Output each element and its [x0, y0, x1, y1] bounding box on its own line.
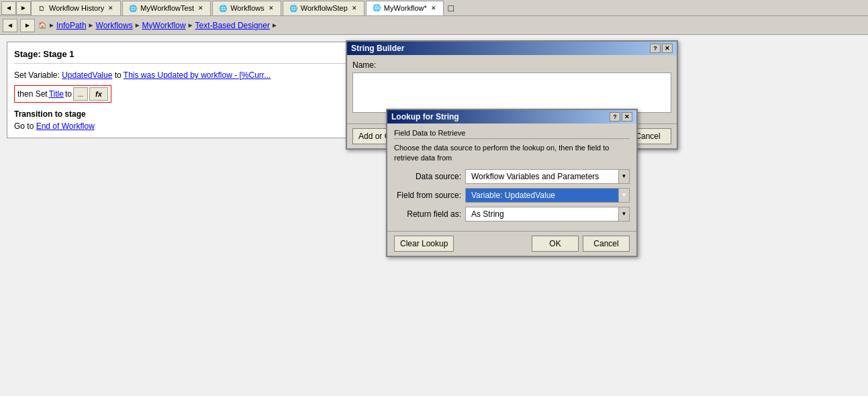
action1-mid: to — [112, 70, 123, 80]
main-content: Stage: Stage 1 Set Variable: UpdatedValu… — [0, 35, 868, 396]
tab-close-myworkflowtest[interactable]: ✕ — [197, 4, 205, 12]
lookup-cancel-btn[interactable]: Cancel — [583, 236, 630, 252]
return-field-label: Return field as: — [394, 209, 461, 219]
action1-value[interactable]: This was Updated by workflow - [%Curr... — [124, 70, 271, 80]
then-set-suffix: to — [65, 89, 72, 99]
then-set-fx-btn[interactable]: fx — [89, 87, 108, 101]
toolbar-forward-btn[interactable]: ► — [20, 19, 35, 32]
lookup-title: Lookup for String — [391, 112, 459, 121]
tab-close-workflows[interactable]: ✕ — [267, 4, 275, 12]
tab-myworkflow[interactable]: 🌐 MyWorkflow* ✕ — [366, 1, 444, 15]
tab-icon-workflolwstep: 🌐 — [289, 3, 298, 13]
back-btn[interactable]: ◄ — [1, 1, 16, 15]
lookup-dialog: Lookup for String ? ✕ Field Data to Retr… — [386, 109, 638, 257]
return-field-value: As String — [469, 209, 618, 219]
string-builder-textarea[interactable] — [352, 72, 671, 113]
lookup-desc: Choose the data source to perform the lo… — [394, 143, 630, 164]
tab-close-myworkflow[interactable]: ✕ — [430, 4, 438, 12]
string-builder-title-btns: ? ✕ — [650, 44, 673, 53]
then-set-prefix: then Set — [17, 89, 48, 99]
toolbar-back-btn[interactable]: ◄ — [3, 19, 17, 32]
goto-link[interactable]: End of Workflow — [36, 121, 95, 131]
action1-prefix: Set Variable: — [14, 70, 62, 80]
string-builder-help-btn[interactable]: ? — [650, 44, 661, 53]
breadcrumb-workflows[interactable]: Workflows — [96, 21, 133, 30]
string-builder-title: String Builder — [351, 44, 404, 53]
action1-var[interactable]: UpdatedValue — [62, 70, 112, 80]
tab-close-workflow-history[interactable]: ✕ — [107, 4, 115, 12]
new-tab-btn[interactable]: □ — [445, 2, 457, 14]
field-from-source-label: Field from source: — [394, 191, 461, 200]
tab-icon-workflows: 🌐 — [218, 3, 228, 13]
toolbar: ◄ ► 🏠 ► InfoPath ► Workflows ► MyWorkflo… — [0, 16, 868, 35]
string-builder-close-btn[interactable]: ✕ — [662, 44, 673, 53]
lookup-help-btn[interactable]: ? — [610, 112, 620, 121]
data-source-row: Data source: Workflow Variables and Para… — [394, 169, 630, 184]
tab-icon-workflow-history: 🗋 — [37, 3, 46, 13]
tab-bar: ◄ ► 🗋 Workflow History ✕ 🌐 MyWorkflowTes… — [0, 0, 868, 16]
field-from-source-value: Variable: UpdatedValue — [469, 191, 618, 200]
field-from-source-select[interactable]: Variable: UpdatedValue ▼ — [465, 188, 630, 203]
tab-myworkflowtest[interactable]: 🌐 MyWorkflowTest ✕ — [122, 1, 211, 15]
data-source-value: Workflow Variables and Parameters — [469, 172, 618, 181]
return-field-select[interactable]: As String ▼ — [465, 207, 630, 221]
tab-workflows[interactable]: 🌐 Workflows ✕ — [212, 1, 281, 15]
lookup-ok-btn[interactable]: OK — [532, 236, 579, 252]
string-builder-titlebar: String Builder ? ✕ — [347, 42, 677, 55]
lookup-close-btn[interactable]: ✕ — [622, 112, 632, 121]
then-set-link[interactable]: Title — [49, 89, 64, 99]
tab-close-workflolwstep[interactable]: ✕ — [350, 4, 358, 12]
clear-lookup-btn[interactable]: Clear Lookup — [394, 236, 454, 252]
field-from-source-arrow[interactable]: ▼ — [618, 189, 629, 202]
lookup-footer-right: OK Cancel — [532, 236, 630, 252]
data-source-label: Data source: — [394, 172, 461, 181]
forward-btn[interactable]: ► — [16, 1, 31, 15]
breadcrumb-myworkflow[interactable]: MyWorkflow — [142, 21, 186, 30]
breadcrumb: 🏠 ► InfoPath ► Workflows ► MyWorkflow ► … — [38, 21, 278, 30]
data-source-select[interactable]: Workflow Variables and Parameters ▼ — [465, 169, 630, 184]
field-from-source-row: Field from source: Variable: UpdatedValu… — [394, 188, 630, 203]
goto-prefix: Go to — [14, 121, 36, 131]
breadcrumb-infopath[interactable]: InfoPath — [56, 21, 87, 30]
lookup-body: Field Data to Retrieve Choose the data s… — [387, 123, 636, 231]
return-field-arrow[interactable]: ▼ — [618, 207, 629, 221]
then-set-box: then Set Title to ... fx — [14, 85, 111, 103]
home-icon: 🏠 — [38, 21, 47, 30]
lookup-section-title: Field Data to Retrieve — [394, 129, 630, 139]
string-builder-name-label: Name: — [352, 60, 671, 70]
tab-icon-myworkflowtest: 🌐 — [128, 3, 138, 13]
tab-workflow-history[interactable]: 🗋 Workflow History ✕ — [31, 1, 121, 15]
return-field-row: Return field as: As String ▼ — [394, 207, 630, 221]
tab-workflolwstep[interactable]: 🌐 WorkflolwStep ✕ — [283, 1, 365, 15]
breadcrumb-text-based-designer[interactable]: Text-Based Designer — [195, 21, 270, 30]
data-source-arrow[interactable]: ▼ — [618, 170, 629, 183]
lookup-footer: Clear Lookup OK Cancel — [387, 231, 636, 256]
then-set-dots-btn[interactable]: ... — [73, 87, 88, 101]
tab-icon-myworkflow: 🌐 — [372, 3, 381, 13]
lookup-titlebar: Lookup for String ? ✕ — [387, 110, 636, 123]
